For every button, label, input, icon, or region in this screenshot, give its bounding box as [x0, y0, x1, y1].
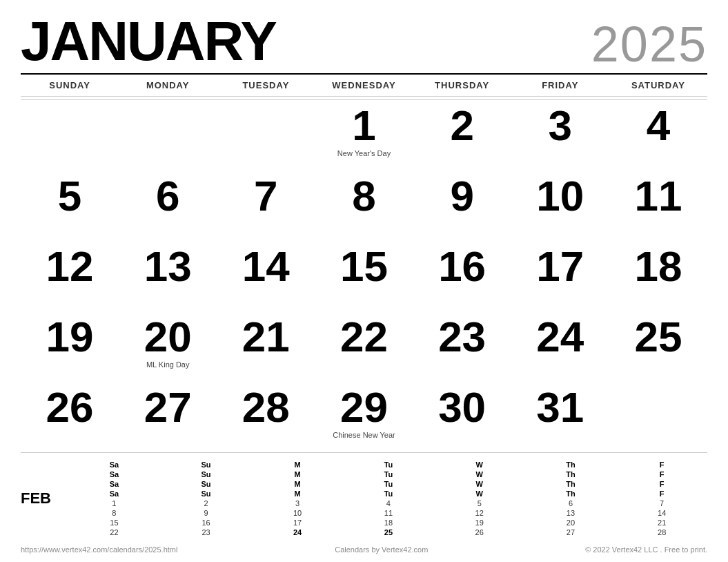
mini-header: F [616, 460, 707, 469]
day-number: 22 [340, 316, 388, 358]
mini-month-label: FEB [21, 490, 59, 507]
mini-day: 26 [434, 527, 525, 537]
mini-day: 25 [343, 527, 434, 537]
cal-cell: 8 [315, 171, 413, 241]
day-number: 5 [58, 175, 81, 217]
mini-day: 13 [525, 508, 617, 518]
mini-header: F [616, 469, 707, 479]
cal-cell [21, 100, 119, 171]
cal-cell: 15 [315, 241, 413, 311]
mini-day: 28 [616, 527, 707, 537]
mini-header: M [252, 479, 343, 489]
mini-header: Su [160, 479, 252, 489]
mini-day: 16 [160, 518, 252, 527]
mini-header: W [434, 489, 525, 498]
day-number: 30 [438, 386, 486, 429]
mini-day: 6 [525, 498, 617, 508]
cal-cell: 3 [511, 100, 609, 171]
day-header-monday: MONDAY [119, 77, 217, 93]
mini-header: Th [525, 489, 617, 498]
mini-header: Su [160, 460, 252, 469]
day-header-wednesday: WEDNESDAY [315, 77, 413, 93]
mini-day: 5 [434, 498, 525, 508]
mini-header: F [616, 489, 707, 498]
cal-cell [609, 382, 707, 452]
cal-cell: 24 [511, 311, 609, 382]
cal-cell [119, 100, 217, 171]
day-number: 24 [536, 316, 584, 358]
mini-header: Tu [343, 489, 434, 498]
cal-cell: 27 [119, 382, 217, 452]
day-number: 4 [647, 104, 670, 147]
cal-cell: 28 [217, 382, 315, 452]
mini-header: Th [525, 469, 617, 479]
cal-cell: 4 [609, 100, 707, 171]
day-number: 2 [450, 104, 473, 147]
mini-calendar: FEB SaSuMTuWThFSaSuMTuWThFSaSuMTuWThFSaS… [21, 452, 707, 541]
mini-day: 17 [252, 518, 343, 527]
day-number: 23 [438, 316, 486, 358]
footer-right: © 2022 Vertex42 LLC . Free to print. [585, 545, 707, 554]
day-number: 7 [254, 175, 277, 217]
day-number: 8 [352, 175, 375, 217]
cal-cell: 17 [511, 241, 609, 311]
day-number: 10 [536, 175, 584, 217]
mini-header: W [434, 460, 525, 469]
cal-cell: 10 [511, 171, 609, 241]
cal-cell: 12 [21, 241, 119, 311]
mini-header: Tu [343, 460, 434, 469]
mini-day: 1 [68, 498, 160, 508]
mini-day: 11 [343, 508, 434, 518]
day-number: 25 [634, 316, 682, 358]
mini-day: 7 [616, 498, 707, 508]
holiday-label: ML King Day [146, 360, 190, 369]
mini-header: Su [160, 469, 252, 479]
day-number: 6 [156, 175, 179, 217]
mini-header: Sa [68, 460, 160, 469]
mini-day: 23 [160, 527, 252, 537]
calendar-page: JANUARY 2025 SUNDAYMONDAYTUESDAYWEDNESDA… [0, 0, 728, 562]
cal-cell: 21 [217, 311, 315, 382]
mini-day: 20 [525, 518, 617, 527]
footer-center: Calendars by Vertex42.com [335, 545, 428, 554]
mini-header: Su [160, 489, 252, 498]
cal-cell: 25 [609, 311, 707, 382]
cal-cell: 13 [119, 241, 217, 311]
cal-cell: 20ML King Day [119, 311, 217, 382]
cal-cell: 18 [609, 241, 707, 311]
mini-day: 3 [252, 498, 343, 508]
day-number: 1 [352, 104, 375, 147]
cal-cell: 11 [609, 171, 707, 241]
day-number: 17 [536, 245, 584, 288]
mini-header: Tu [343, 469, 434, 479]
day-number: 18 [634, 245, 682, 288]
mini-day: 14 [616, 508, 707, 518]
holiday-label: Chinese New Year [333, 430, 395, 440]
year-title: 2025 [591, 19, 707, 69]
day-header-friday: FRIDAY [511, 77, 609, 93]
day-number: 3 [549, 104, 572, 147]
cal-cell: 6 [119, 171, 217, 241]
day-number: 14 [242, 245, 290, 288]
cal-cell: 26 [21, 382, 119, 452]
day-number: 27 [144, 386, 192, 429]
cal-cell [217, 100, 315, 171]
day-headers-row: SUNDAYMONDAYTUESDAYWEDNESDAYTHURSDAYFRID… [21, 73, 707, 97]
cal-cell: 19 [21, 311, 119, 382]
mini-header: W [434, 479, 525, 489]
day-header-saturday: SATURDAY [609, 77, 707, 93]
cal-cell: 30 [413, 382, 511, 452]
mini-header: Sa [68, 469, 160, 479]
day-number: 20 [144, 316, 192, 358]
mini-header: Th [525, 460, 617, 469]
cal-cell: 29Chinese New Year [315, 382, 413, 452]
calendar-grid: 1New Year's Day2345678910111213141516171… [21, 99, 707, 452]
mini-header: W [434, 469, 525, 479]
mini-day: 10 [252, 508, 343, 518]
day-number: 28 [242, 386, 290, 429]
cal-cell: 22 [315, 311, 413, 382]
mini-day: 4 [343, 498, 434, 508]
mini-header: Sa [68, 489, 160, 498]
mini-grid: SaSuMTuWThFSaSuMTuWThFSaSuMTuWThFSaSuMTu… [68, 460, 707, 537]
day-number: 29 [340, 386, 388, 429]
